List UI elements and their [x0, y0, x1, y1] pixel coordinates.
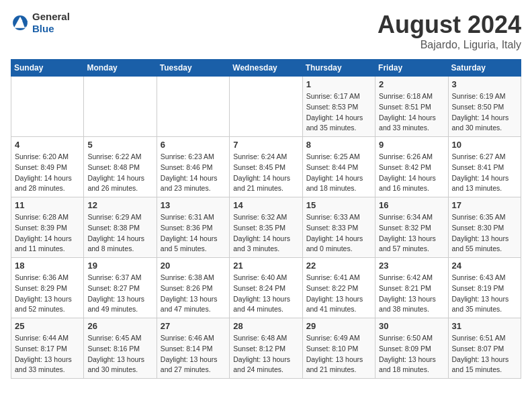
calendar-cell: 3Sunrise: 6:19 AM Sunset: 8:50 PM Daylig… — [448, 77, 521, 137]
day-number: 13 — [161, 200, 226, 210]
calendar-table: SundayMondayTuesdayWednesdayThursdayFrid… — [11, 59, 521, 379]
calendar-cell: 9Sunrise: 6:26 AM Sunset: 8:42 PM Daylig… — [375, 137, 448, 197]
day-info: Sunrise: 6:20 AM Sunset: 8:49 PM Dayligh… — [15, 152, 80, 194]
day-number: 11 — [15, 200, 80, 210]
calendar-week-1: 1Sunrise: 6:17 AM Sunset: 8:53 PM Daylig… — [11, 77, 521, 137]
day-number: 24 — [452, 261, 517, 271]
day-number: 10 — [452, 140, 517, 150]
day-number: 8 — [306, 140, 371, 150]
calendar-week-5: 25Sunrise: 6:44 AM Sunset: 8:17 PM Dayli… — [11, 318, 521, 379]
calendar-cell: 26Sunrise: 6:45 AM Sunset: 8:16 PM Dayli… — [84, 318, 157, 379]
day-number: 6 — [161, 140, 226, 150]
day-number: 15 — [306, 200, 371, 210]
day-info: Sunrise: 6:41 AM Sunset: 8:22 PM Dayligh… — [306, 273, 371, 315]
day-info: Sunrise: 6:24 AM Sunset: 8:45 PM Dayligh… — [233, 152, 298, 194]
calendar-cell: 22Sunrise: 6:41 AM Sunset: 8:22 PM Dayli… — [302, 258, 375, 318]
day-number: 17 — [452, 200, 517, 210]
calendar-cell: 19Sunrise: 6:37 AM Sunset: 8:27 PM Dayli… — [84, 258, 157, 318]
day-info: Sunrise: 6:26 AM Sunset: 8:42 PM Dayligh… — [379, 152, 444, 194]
weekday-header-wednesday: Wednesday — [230, 60, 302, 77]
day-number: 27 — [161, 321, 226, 331]
day-number: 31 — [452, 321, 517, 331]
day-number: 30 — [379, 321, 444, 331]
calendar-cell: 20Sunrise: 6:38 AM Sunset: 8:26 PM Dayli… — [157, 258, 229, 318]
day-info: Sunrise: 6:33 AM Sunset: 8:33 PM Dayligh… — [306, 212, 371, 255]
calendar-cell — [230, 77, 302, 137]
day-number: 22 — [306, 261, 371, 271]
calendar-cell: 7Sunrise: 6:24 AM Sunset: 8:45 PM Daylig… — [230, 137, 302, 197]
calendar-cell: 4Sunrise: 6:20 AM Sunset: 8:49 PM Daylig… — [11, 137, 84, 197]
calendar-cell: 25Sunrise: 6:44 AM Sunset: 8:17 PM Dayli… — [11, 318, 84, 379]
day-info: Sunrise: 6:29 AM Sunset: 8:38 PM Dayligh… — [87, 212, 152, 255]
weekday-header-friday: Friday — [375, 60, 448, 77]
day-info: Sunrise: 6:48 AM Sunset: 8:12 PM Dayligh… — [233, 333, 298, 375]
day-number: 9 — [379, 140, 444, 150]
calendar-cell: 18Sunrise: 6:36 AM Sunset: 8:29 PM Dayli… — [11, 258, 84, 318]
day-info: Sunrise: 6:34 AM Sunset: 8:32 PM Dayligh… — [379, 212, 444, 255]
calendar-cell — [157, 77, 229, 137]
day-info: Sunrise: 6:35 AM Sunset: 8:30 PM Dayligh… — [452, 212, 517, 255]
calendar-cell: 10Sunrise: 6:27 AM Sunset: 8:41 PM Dayli… — [448, 137, 521, 197]
day-info: Sunrise: 6:49 AM Sunset: 8:10 PM Dayligh… — [306, 333, 371, 375]
logo-text-general: General — [32, 11, 70, 22]
day-number: 7 — [233, 140, 298, 150]
day-info: Sunrise: 6:19 AM Sunset: 8:50 PM Dayligh… — [452, 91, 517, 134]
day-info: Sunrise: 6:44 AM Sunset: 8:17 PM Dayligh… — [15, 333, 80, 375]
calendar-cell — [84, 77, 157, 137]
calendar-cell: 12Sunrise: 6:29 AM Sunset: 8:38 PM Dayli… — [84, 197, 157, 258]
calendar-cell: 5Sunrise: 6:22 AM Sunset: 8:48 PM Daylig… — [84, 137, 157, 197]
calendar-week-3: 11Sunrise: 6:28 AM Sunset: 8:39 PM Dayli… — [11, 197, 521, 258]
calendar-week-4: 18Sunrise: 6:36 AM Sunset: 8:29 PM Dayli… — [11, 258, 521, 318]
logo-text-blue: Blue — [32, 23, 54, 34]
calendar-cell: 1Sunrise: 6:17 AM Sunset: 8:53 PM Daylig… — [302, 77, 375, 137]
calendar-cell: 29Sunrise: 6:49 AM Sunset: 8:10 PM Dayli… — [302, 318, 375, 379]
day-info: Sunrise: 6:22 AM Sunset: 8:48 PM Dayligh… — [87, 152, 152, 194]
day-info: Sunrise: 6:37 AM Sunset: 8:27 PM Dayligh… — [87, 273, 152, 315]
day-info: Sunrise: 6:43 AM Sunset: 8:19 PM Dayligh… — [452, 273, 517, 315]
day-info: Sunrise: 6:36 AM Sunset: 8:29 PM Dayligh… — [15, 273, 80, 315]
title-block: August 2024 Bajardo, Liguria, Italy — [378, 11, 521, 51]
calendar-cell: 23Sunrise: 6:42 AM Sunset: 8:21 PM Dayli… — [375, 258, 448, 318]
day-number: 2 — [379, 79, 444, 89]
calendar-cell: 8Sunrise: 6:25 AM Sunset: 8:44 PM Daylig… — [302, 137, 375, 197]
calendar-cell: 16Sunrise: 6:34 AM Sunset: 8:32 PM Dayli… — [375, 197, 448, 258]
calendar-week-2: 4Sunrise: 6:20 AM Sunset: 8:49 PM Daylig… — [11, 137, 521, 197]
day-number: 16 — [379, 200, 444, 210]
day-info: Sunrise: 6:17 AM Sunset: 8:53 PM Dayligh… — [306, 91, 371, 134]
day-info: Sunrise: 6:40 AM Sunset: 8:24 PM Dayligh… — [233, 273, 298, 315]
day-number: 23 — [379, 261, 444, 271]
day-number: 26 — [87, 321, 152, 331]
page-title: August 2024 — [378, 11, 521, 39]
calendar-cell: 21Sunrise: 6:40 AM Sunset: 8:24 PM Dayli… — [230, 258, 302, 318]
weekday-header-sunday: Sunday — [11, 60, 84, 77]
day-number: 29 — [306, 321, 371, 331]
day-number: 19 — [87, 261, 152, 271]
calendar-cell: 13Sunrise: 6:31 AM Sunset: 8:36 PM Dayli… — [157, 197, 229, 258]
day-info: Sunrise: 6:50 AM Sunset: 8:09 PM Dayligh… — [379, 333, 444, 375]
calendar-cell: 2Sunrise: 6:18 AM Sunset: 8:51 PM Daylig… — [375, 77, 448, 137]
day-info: Sunrise: 6:31 AM Sunset: 8:36 PM Dayligh… — [161, 212, 226, 255]
day-info: Sunrise: 6:51 AM Sunset: 8:07 PM Dayligh… — [452, 333, 517, 375]
day-number: 5 — [87, 140, 152, 150]
day-number: 3 — [452, 79, 517, 89]
day-number: 1 — [306, 79, 371, 89]
calendar-cell: 14Sunrise: 6:32 AM Sunset: 8:35 PM Dayli… — [230, 197, 302, 258]
day-info: Sunrise: 6:27 AM Sunset: 8:41 PM Dayligh… — [452, 152, 517, 194]
calendar-cell: 15Sunrise: 6:33 AM Sunset: 8:33 PM Dayli… — [302, 197, 375, 258]
day-info: Sunrise: 6:25 AM Sunset: 8:44 PM Dayligh… — [306, 152, 371, 194]
day-number: 21 — [233, 261, 298, 271]
day-number: 4 — [15, 140, 80, 150]
day-number: 18 — [15, 261, 80, 271]
day-info: Sunrise: 6:18 AM Sunset: 8:51 PM Dayligh… — [379, 91, 444, 134]
day-number: 14 — [233, 200, 298, 210]
calendar-cell: 17Sunrise: 6:35 AM Sunset: 8:30 PM Dayli… — [448, 197, 521, 258]
day-info: Sunrise: 6:42 AM Sunset: 8:21 PM Dayligh… — [379, 273, 444, 315]
logo: General Blue — [11, 11, 70, 35]
day-number: 28 — [233, 321, 298, 331]
weekday-header-monday: Monday — [84, 60, 157, 77]
page-header: General Blue August 2024 Bajardo, Liguri… — [11, 11, 521, 51]
calendar-cell: 24Sunrise: 6:43 AM Sunset: 8:19 PM Dayli… — [448, 258, 521, 318]
weekday-header-saturday: Saturday — [448, 60, 521, 77]
day-number: 20 — [161, 261, 226, 271]
calendar-cell — [11, 77, 84, 137]
